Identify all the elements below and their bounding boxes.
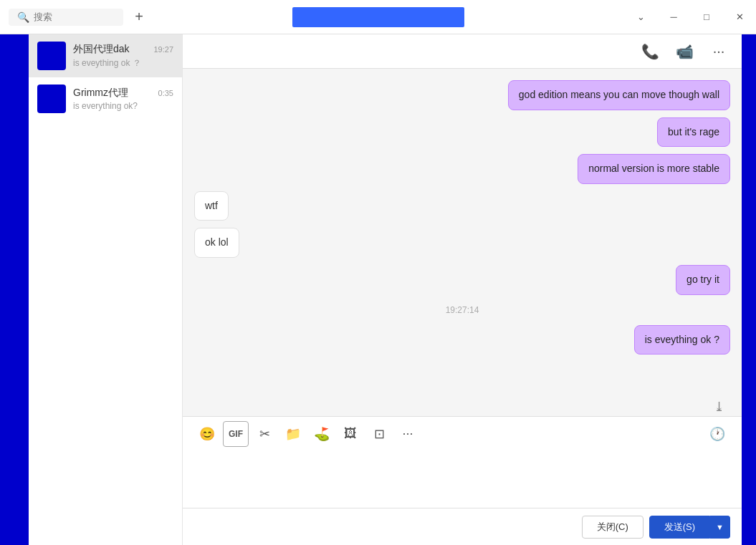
chat-header: 📞 📹 ··· bbox=[183, 34, 742, 69]
contact-time-1: 0:35 bbox=[158, 89, 173, 97]
messages-area: god edition means you can move though wa… bbox=[183, 69, 742, 397]
scroll-indicator[interactable]: ⤓ bbox=[183, 397, 742, 416]
contact-item-1[interactable]: Grimmz代理 0:35 is everything ok? bbox=[29, 77, 182, 120]
scroll-down-icon: ⤓ bbox=[714, 399, 724, 415]
phone-call-icon[interactable]: 📞 bbox=[638, 40, 661, 63]
chat-bottom-bar: 关闭(C) 发送(S) ▼ bbox=[183, 508, 742, 545]
contact-info-0: 外国代理dak 19:27 is eveything ok ？ bbox=[73, 43, 173, 69]
avatar-0 bbox=[37, 42, 66, 70]
scissors-button[interactable]: ✂ bbox=[252, 421, 277, 447]
chat-toolbar: 😊 GIF ✂ 📁 ⛳ 🖼 ⊡ ··· 🕐 bbox=[183, 416, 742, 450]
chat-input[interactable] bbox=[194, 456, 730, 491]
titlebar-center-block bbox=[292, 7, 464, 27]
message-5: go try it bbox=[194, 265, 730, 295]
video-call-icon[interactable]: 📹 bbox=[673, 40, 696, 63]
maximize-button[interactable]: □ bbox=[690, 0, 723, 34]
message-bubble-3: wtf bbox=[194, 191, 229, 221]
titlebar-left: 🔍 + bbox=[0, 7, 158, 27]
message-1: but it's rage bbox=[194, 117, 730, 148]
emoji-button[interactable]: 😊 bbox=[194, 421, 220, 447]
search-icon: 🔍 bbox=[17, 11, 29, 23]
close-chat-button[interactable]: 关闭(C) bbox=[582, 516, 643, 539]
send-dropdown-button[interactable]: ▼ bbox=[710, 516, 730, 539]
titlebar-dropdown[interactable]: ⌄ bbox=[624, 0, 657, 34]
avatar-1 bbox=[37, 85, 66, 113]
message-bubble-2: normal version is more stable bbox=[578, 154, 730, 184]
clock-button[interactable]: 🕐 bbox=[704, 421, 730, 447]
message-2: normal version is more stable bbox=[194, 154, 730, 184]
titlebar-center bbox=[292, 7, 464, 27]
search-input[interactable] bbox=[34, 11, 105, 22]
contact-list: 外国代理dak 19:27 is eveything ok ？ Grimmz代理… bbox=[29, 34, 183, 545]
message-3: wtf bbox=[194, 191, 730, 221]
message-bubble-1: but it's rage bbox=[657, 117, 730, 148]
contact-item-0[interactable]: 外国代理dak 19:27 is eveything ok ？ bbox=[29, 34, 182, 77]
titlebar-controls: ⌄ ─ □ ✕ bbox=[624, 0, 756, 34]
send-button-group: 发送(S) ▼ bbox=[649, 516, 730, 539]
sidebar-left-accent bbox=[0, 34, 29, 545]
chat-area: 📞 📹 ··· god edition means you can move t… bbox=[183, 34, 742, 545]
contact-top-1: Grimmz代理 0:35 bbox=[73, 87, 173, 100]
add-button[interactable]: + bbox=[129, 7, 149, 27]
contact-name-1: Grimmz代理 bbox=[73, 87, 128, 100]
message-0: god edition means you can move though wa… bbox=[194, 80, 730, 110]
minimize-button[interactable]: ─ bbox=[657, 0, 690, 34]
message-bubble-0: god edition means you can move though wa… bbox=[508, 80, 730, 110]
close-button[interactable]: ✕ bbox=[723, 0, 756, 34]
message-4: ok lol bbox=[194, 228, 730, 258]
message-bubble-7: is eveything ok ? bbox=[634, 325, 730, 355]
capture-button[interactable]: ⊡ bbox=[366, 421, 392, 447]
main-layout: 外国代理dak 19:27 is eveything ok ？ Grimmz代理… bbox=[0, 34, 756, 545]
more-options-icon[interactable]: ··· bbox=[707, 40, 730, 63]
contact-info-1: Grimmz代理 0:35 is everything ok? bbox=[73, 87, 173, 111]
chat-input-area[interactable] bbox=[183, 450, 742, 508]
folder-button[interactable]: 📁 bbox=[280, 421, 306, 447]
titlebar: 🔍 + ⌄ ─ □ ✕ bbox=[0, 0, 756, 34]
search-box[interactable]: 🔍 bbox=[9, 9, 123, 26]
contact-preview-1: is everything ok? bbox=[73, 101, 173, 111]
contact-preview-0: is eveything ok ？ bbox=[73, 57, 173, 69]
image-button[interactable]: 🖼 bbox=[338, 421, 363, 447]
send-button[interactable]: 发送(S) bbox=[649, 516, 710, 539]
contact-name-0: 外国代理dak bbox=[73, 43, 130, 56]
message-bubble-5: go try it bbox=[676, 265, 730, 295]
chat-right-accent bbox=[742, 34, 756, 545]
message-7: is eveything ok ? bbox=[194, 325, 730, 355]
message-bubble-4: ok lol bbox=[194, 228, 239, 258]
flag-button[interactable]: ⛳ bbox=[309, 421, 335, 447]
timestamp-divider: 19:27:14 bbox=[194, 305, 730, 315]
gif-button[interactable]: GIF bbox=[223, 421, 249, 447]
contact-time-0: 19:27 bbox=[153, 45, 173, 54]
more-toolbar-button[interactable]: ··· bbox=[395, 421, 421, 447]
contact-top-0: 外国代理dak 19:27 bbox=[73, 43, 173, 56]
